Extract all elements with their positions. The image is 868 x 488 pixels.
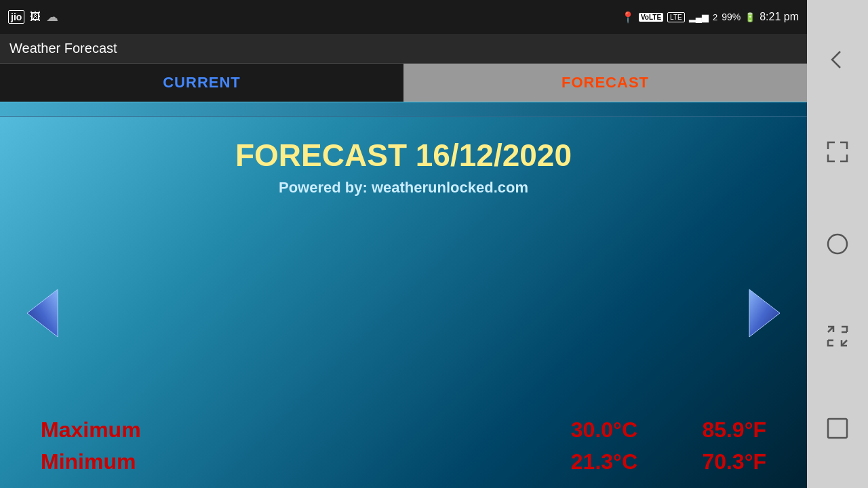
battery-percentage: 99% xyxy=(722,12,741,22)
min-values: 21.3°C 70.3°F xyxy=(549,449,766,474)
svg-point-2 xyxy=(828,235,847,253)
square-button[interactable] xyxy=(818,409,856,447)
tab-forecast[interactable]: FORECAST xyxy=(403,64,807,102)
progress-bar xyxy=(0,102,807,117)
max-values: 30.0°C 85.9°F xyxy=(549,418,766,443)
app-header: Weather Forecast xyxy=(0,34,807,64)
forecast-title: FORECAST 16/12/2020 xyxy=(235,137,572,174)
battery-icon: 🔋 xyxy=(745,12,755,22)
signal-bars: ▂▄▆ xyxy=(689,12,709,22)
temperature-data: Maximum 30.0°C 85.9°F Minimum 21.3°C 70.… xyxy=(41,418,766,474)
phone-area: jio 🖼 ☁ 📍 VoLTE LTE ▂▄▆ 2 99% 🔋 8:21 pm … xyxy=(0,0,807,488)
location-icon: 📍 xyxy=(621,11,635,24)
tabs-container: CURRENT FORECAST xyxy=(0,64,807,102)
collapse-button[interactable] xyxy=(818,317,856,355)
sim-number: 2 xyxy=(713,12,717,22)
svg-rect-3 xyxy=(828,419,847,438)
svg-marker-1 xyxy=(749,289,780,337)
home-button[interactable] xyxy=(818,225,856,263)
tab-current[interactable]: CURRENT xyxy=(0,64,403,102)
app-title: Weather Forecast xyxy=(9,41,117,56)
cloud-icon: ☁ xyxy=(46,9,58,24)
image-icon: 🖼 xyxy=(30,11,41,23)
table-row: Maximum 30.0°C 85.9°F xyxy=(41,418,766,443)
status-bar-right: 📍 VoLTE LTE ▂▄▆ 2 99% 🔋 8:21 pm xyxy=(621,11,799,24)
max-celsius: 30.0°C xyxy=(549,418,637,443)
max-label: Maximum xyxy=(41,418,210,443)
side-controls xyxy=(807,0,868,488)
status-bar-left: jio 🖼 ☁ xyxy=(8,9,58,24)
nav-prev-button[interactable] xyxy=(20,286,61,340)
lte-badge: LTE xyxy=(667,12,685,22)
min-celsius: 21.3°C xyxy=(549,449,637,474)
max-fahrenheit: 85.9°F xyxy=(678,418,766,443)
jio-icon: jio xyxy=(8,10,24,24)
min-label: Minimum xyxy=(41,449,210,474)
powered-by: Powered by: weatherunlocked.com xyxy=(279,179,528,197)
table-row: Minimum 21.3°C 70.3°F xyxy=(41,449,766,474)
main-content: FORECAST 16/12/2020 Powered by: weatheru… xyxy=(0,117,807,488)
svg-marker-0 xyxy=(27,289,58,337)
volte-badge: VoLTE xyxy=(639,13,663,22)
back-button[interactable] xyxy=(818,41,856,79)
status-bar: jio 🖼 ☁ 📍 VoLTE LTE ▂▄▆ 2 99% 🔋 8:21 pm xyxy=(0,0,807,34)
nav-next-button[interactable] xyxy=(746,286,787,340)
min-fahrenheit: 70.3°F xyxy=(678,449,766,474)
expand-button[interactable] xyxy=(818,133,856,171)
time-display: 8:21 pm xyxy=(760,11,799,23)
